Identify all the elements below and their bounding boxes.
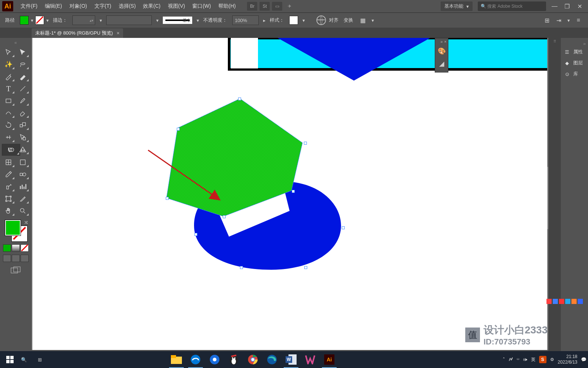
paintbrush-tool[interactable] [16, 95, 29, 106]
tray-ime-label[interactable]: 英 [531, 357, 535, 363]
width-tool[interactable] [2, 132, 15, 143]
menu-object[interactable]: 对象(O) [66, 0, 91, 13]
swap-fill-stroke-icon[interactable]: ⤭ [24, 219, 28, 225]
properties-panel-tab[interactable]: ☰属性 [561, 46, 588, 57]
recolor-icon[interactable] [316, 15, 326, 25]
fill-dropdown[interactable]: ▾ [29, 16, 35, 25]
chrome-taskbar-icon[interactable] [243, 351, 262, 368]
explorer-taskbar-icon[interactable] [167, 351, 186, 368]
menu-view[interactable]: 视图(V) [164, 0, 189, 13]
tray-clock[interactable]: 21:18 2022/6/13 [558, 354, 577, 365]
eraser-tool[interactable] [16, 107, 29, 118]
prefs-icon[interactable]: ⇥ [554, 16, 563, 25]
draw-normal-icon[interactable] [3, 255, 11, 262]
menu-select[interactable]: 选择(S) [115, 0, 140, 13]
gradient-tool[interactable] [16, 157, 29, 168]
tray-power-icon[interactable]: 🗲 [509, 357, 513, 362]
var-width-profile[interactable] [106, 15, 152, 25]
word-taskbar-icon[interactable]: W [282, 351, 301, 368]
prefs-menu[interactable]: ▾ [566, 16, 571, 25]
menu-file[interactable]: 文件(F) [17, 0, 41, 13]
panel-grip[interactable]: « [3, 40, 29, 45]
panel-close-icon[interactable]: × [444, 39, 447, 44]
blend-tool[interactable] [16, 169, 29, 180]
magic-wand-tool[interactable]: ✨ [2, 59, 15, 70]
stroke-dropdown[interactable]: ▾ [45, 16, 50, 25]
window-minimize[interactable]: — [549, 3, 560, 10]
stock-search[interactable]: 🔍 搜索 Adobe Stock [478, 1, 546, 11]
zoom-tool[interactable] [16, 205, 29, 216]
tray-volume-icon[interactable]: 🕪 [523, 357, 527, 362]
anchor-point[interactable] [194, 233, 197, 236]
direct-selection-tool[interactable] [16, 47, 29, 58]
gradient-mode-icon[interactable] [12, 244, 20, 252]
perspective-grid-tool[interactable] [16, 144, 29, 155]
fill-box[interactable] [5, 220, 21, 236]
column-graph-tool[interactable] [16, 181, 29, 192]
color-guide-icon[interactable]: ◢ [435, 57, 448, 70]
edge-taskbar-icon[interactable] [262, 351, 282, 368]
fill-stroke-control[interactable]: ⤭ [5, 219, 27, 240]
color-mode-icon[interactable] [3, 244, 11, 252]
tray-notifications-icon[interactable]: 💬 [581, 357, 587, 362]
anchor-point[interactable] [238, 98, 241, 100]
slice-tool[interactable] [16, 193, 29, 204]
scale-tool[interactable] [16, 120, 29, 131]
opacity-menu[interactable]: ▸ [262, 16, 267, 25]
task-view-icon[interactable]: ⊞ [30, 351, 49, 368]
illustrator-taskbar-icon[interactable]: Ai [320, 351, 339, 368]
dock-grip[interactable]: ⠿ [550, 40, 559, 42]
tray-chevron-icon[interactable]: ˄ [503, 357, 505, 362]
hand-tool[interactable] [2, 205, 15, 216]
draw-behind-icon[interactable] [12, 255, 20, 262]
workspace-switcher[interactable]: 基本功能▾ [441, 1, 473, 11]
rectangle-tool[interactable] [2, 95, 15, 106]
pen-tool[interactable] [2, 71, 15, 82]
free-transform-tool[interactable] [16, 132, 29, 143]
artboard[interactable] [32, 38, 547, 350]
line-tool[interactable] [16, 83, 29, 94]
doc-setup-icon[interactable]: ⊞ [542, 16, 551, 25]
var-width-menu[interactable]: ▾ [155, 16, 160, 25]
stroke-weight-input[interactable]: ▴▾ [72, 15, 95, 25]
libraries-panel-tab[interactable]: ⊙库 [561, 68, 588, 79]
symbol-sprayer-tool[interactable] [2, 181, 15, 192]
gpu-icon[interactable]: ✈ [284, 2, 295, 11]
start-button[interactable] [2, 352, 18, 367]
window-restore[interactable]: ❐ [562, 3, 573, 10]
dock-collapse-icon[interactable]: » [561, 41, 588, 46]
isolate-icon[interactable]: ▦ [358, 16, 367, 25]
color-panel-icon[interactable]: 🎨 [435, 45, 448, 57]
wps-taskbar-icon[interactable] [301, 351, 320, 368]
anchor-point[interactable] [304, 266, 307, 269]
document-tab[interactable]: 未标题-1* @ 800% (RGB/GPU 预览) × [32, 28, 123, 38]
tray-sogou-icon[interactable]: S [539, 356, 546, 363]
fill-swatch[interactable] [20, 16, 29, 25]
type-tool[interactable]: T [2, 83, 15, 94]
floating-color-panel[interactable]: »× 🎨 ◢ [435, 38, 448, 72]
menu-window[interactable]: 窗口(W) [189, 0, 215, 13]
anchor-point[interactable] [240, 266, 243, 269]
draw-inside-icon[interactable] [21, 255, 29, 262]
mesh-tool[interactable] [2, 157, 15, 168]
opacity-input[interactable]: 100% [232, 15, 259, 25]
tab-close-icon[interactable]: × [116, 30, 119, 36]
align-link[interactable]: 对齐 [329, 17, 338, 24]
transform-link[interactable]: 变换 [344, 17, 353, 24]
anchor-point[interactable] [223, 215, 226, 218]
stroke-weight-menu[interactable]: ▾ [98, 16, 103, 25]
rotate-tool[interactable] [2, 120, 15, 131]
menu-effect[interactable]: 效果(C) [139, 0, 164, 13]
style-swatch[interactable] [289, 16, 298, 25]
lasso-tool[interactable] [16, 59, 29, 70]
panel-collapse-icon[interactable]: » [440, 39, 442, 44]
browser-taskbar-icon[interactable] [205, 351, 224, 368]
panel-menu-icon[interactable]: ≡ [574, 16, 583, 25]
tray-wifi-icon[interactable]: ⌔ [517, 357, 519, 362]
artboard-tool[interactable] [2, 193, 15, 204]
shaper-tool[interactable] [2, 107, 15, 118]
anchor-point[interactable] [342, 226, 345, 229]
anchor-point[interactable] [177, 128, 180, 131]
scrollbar-thumb[interactable] [547, 167, 548, 229]
window-close[interactable]: ✕ [574, 3, 585, 10]
